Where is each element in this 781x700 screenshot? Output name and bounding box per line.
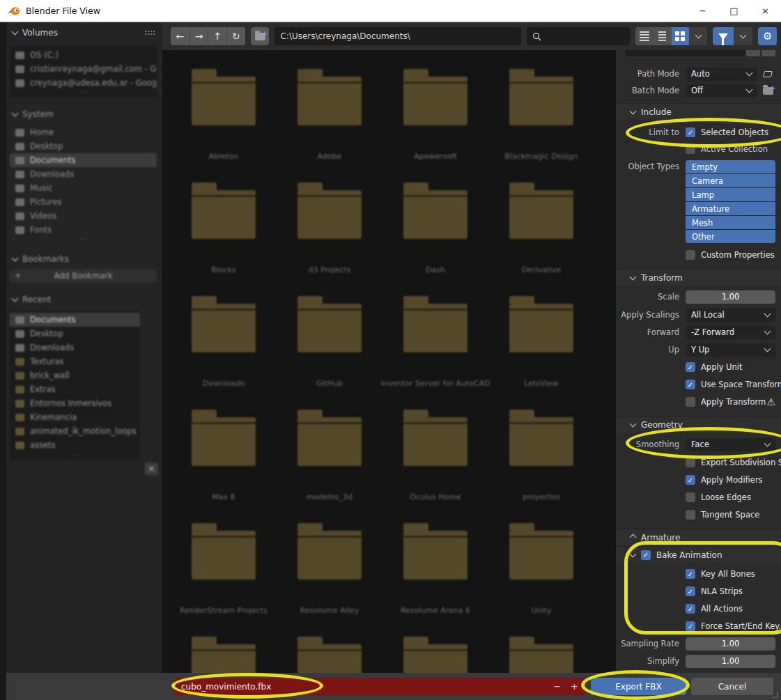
volume-item-os-c[interactable]: OS (C:)	[10, 48, 157, 62]
embed-textures-button[interactable]	[760, 68, 775, 81]
folder-item-partial[interactable]	[382, 644, 488, 673]
parent-directory-button[interactable]: ↑	[208, 27, 226, 45]
recent-item-texturas[interactable]: Texturas	[10, 355, 140, 368]
sidebar-item-videos[interactable]: Videos	[10, 209, 157, 223]
expand-dots-icon[interactable]: ···	[10, 90, 157, 95]
recent-section-header[interactable]: Recent	[0, 291, 162, 308]
folder-item[interactable]: Resolume Arena 6	[382, 531, 488, 644]
add-bookmark-button[interactable]: + Add Bookmark	[10, 269, 157, 283]
sidebar-item-music[interactable]: Music	[10, 181, 157, 195]
folder-item[interactable]: Resolume Alley	[277, 531, 382, 644]
filter-toggle-button[interactable]	[713, 27, 734, 45]
volume-item-gdrive-2[interactable]: creynaga@udesa.edu.ar - Googl...	[10, 76, 157, 90]
sidebar-item-documents[interactable]: Documents	[10, 153, 157, 167]
apply-modifiers-checkbox[interactable]: ✓	[686, 475, 695, 485]
forward-button[interactable]: →	[190, 27, 208, 45]
use-space-transform-checkbox[interactable]: ✓	[686, 380, 695, 389]
object-type-empty[interactable]: Empty	[686, 160, 775, 173]
folder-item[interactable]: Ableton	[171, 77, 277, 190]
bake-animation-section-header[interactable]: ✓ Bake Animation	[616, 546, 781, 563]
up-dropdown[interactable]: Y Up	[686, 343, 775, 357]
folder-item[interactable]: Downloads	[171, 304, 277, 417]
clear-recent-button[interactable]: ×	[145, 462, 158, 475]
include-section-header[interactable]: Include	[616, 103, 781, 120]
folder-item-partial[interactable]	[171, 644, 277, 673]
folder-item[interactable]: d3 Projects	[277, 190, 382, 304]
filter-dropdown[interactable]	[734, 27, 753, 45]
export-subdivision-checkbox[interactable]	[686, 458, 695, 467]
folder-item[interactable]: LetsView	[488, 304, 594, 417]
recent-item-entornos[interactable]: Entornos Inmersivos	[10, 396, 140, 410]
active-collection-checkbox[interactable]	[686, 144, 695, 154]
refresh-button[interactable]: ↻	[226, 27, 245, 45]
custom-properties-checkbox[interactable]	[686, 250, 695, 260]
sidebar-item-home[interactable]: Home	[10, 125, 157, 139]
add-preset-button-partial[interactable]	[746, 50, 760, 56]
object-type-other[interactable]: Other	[686, 230, 775, 243]
batch-own-dir-button[interactable]: +	[760, 84, 775, 98]
loose-edges-checkbox[interactable]	[686, 492, 695, 502]
recent-item-brick-wall[interactable]: brick_wall	[10, 368, 140, 382]
object-type-armature[interactable]: Armature	[686, 202, 775, 215]
apply-scalings-dropdown[interactable]: All Local	[686, 309, 775, 322]
path-input[interactable]: C:\Users\creynaga\Documents\	[274, 27, 520, 45]
close-button[interactable]: ×	[750, 0, 781, 22]
folder-item[interactable]: GitHub	[277, 304, 382, 417]
system-section-header[interactable]: System	[0, 106, 162, 123]
folder-item[interactable]: modelos_3d	[277, 417, 382, 531]
geometry-section-header[interactable]: Geometry	[616, 416, 781, 433]
recent-item-desktop[interactable]: Desktop	[10, 327, 140, 341]
recent-item-animated-ik[interactable]: animated_ik_motion_loops	[10, 424, 140, 438]
folder-item-partial[interactable]	[277, 644, 382, 673]
expand-dots-icon[interactable]: ···	[10, 452, 140, 458]
sidebar-item-desktop[interactable]: Desktop	[10, 139, 157, 153]
decrement-filename-button[interactable]: −	[553, 681, 561, 692]
force-start-end-checkbox[interactable]: ✓	[686, 621, 695, 631]
selected-objects-checkbox[interactable]: ✓	[686, 127, 695, 137]
recent-item-extras[interactable]: Extras	[10, 382, 140, 396]
volumes-panel-header[interactable]: Volumes	[0, 22, 162, 43]
view-vertical-list-button[interactable]	[635, 27, 654, 45]
folder-item[interactable]: RenderStream Projects	[171, 531, 277, 644]
object-type-camera[interactable]: Camera	[686, 174, 775, 187]
key-all-bones-checkbox[interactable]: ✓	[686, 569, 695, 579]
presets-dropdown-partial[interactable]	[626, 50, 745, 56]
sidebar-item-fonts[interactable]: Fonts	[10, 223, 157, 237]
folder-item[interactable]: Unity	[488, 531, 594, 644]
back-button[interactable]: ←	[171, 27, 190, 45]
resize-grip[interactable]	[772, 692, 778, 698]
bookmarks-section-header[interactable]: Bookmarks	[0, 251, 162, 267]
transform-section-header[interactable]: Transform	[616, 269, 781, 286]
search-input[interactable]	[527, 27, 630, 45]
forward-dropdown[interactable]: -Z Forward	[686, 326, 775, 339]
folder-item[interactable]: Max 8	[171, 417, 277, 531]
folder-item[interactable]: Derivative	[488, 190, 594, 304]
folder-item-partial[interactable]	[488, 644, 594, 673]
increment-filename-button[interactable]: +	[571, 681, 578, 692]
folder-item[interactable]: proyectos	[488, 417, 594, 531]
simplify-slider[interactable]: 1.00	[686, 655, 775, 668]
display-mode-dropdown[interactable]	[689, 27, 707, 45]
folder-item[interactable]: Blackmagic Design	[488, 77, 594, 190]
sampling-rate-slider[interactable]: 1.00	[686, 637, 775, 651]
export-fbx-button[interactable]: Export FBX	[591, 678, 686, 695]
sidebar-item-pictures[interactable]: Pictures	[10, 195, 157, 209]
remove-preset-button-partial[interactable]	[761, 50, 775, 56]
expand-dots-icon[interactable]: ···	[10, 237, 157, 242]
cancel-button[interactable]: Cancel	[691, 678, 773, 695]
panel-grip-icon[interactable]	[144, 30, 155, 36]
minimize-button[interactable]: −	[687, 0, 718, 22]
folder-item[interactable]: Adobe	[277, 77, 382, 190]
batch-mode-dropdown[interactable]: Off	[686, 84, 757, 98]
apply-transform-checkbox[interactable]	[686, 397, 695, 407]
create-directory-button[interactable]: +	[251, 27, 270, 45]
nla-strips-checkbox[interactable]: ✓	[686, 586, 695, 596]
maximize-button[interactable]: □	[718, 0, 750, 22]
folder-item[interactable]: Inventor Server for AutoCAD	[382, 304, 488, 417]
recent-item-documents[interactable]: Documents	[10, 313, 140, 327]
path-mode-dropdown[interactable]: Auto	[686, 68, 757, 81]
volume-item-gdrive-1[interactable]: cristianreynaga@gmail.com - G...	[10, 62, 157, 76]
armature-section-header[interactable]: Armature	[616, 529, 781, 545]
folder-item[interactable]: Dash	[382, 190, 488, 304]
all-actions-checkbox[interactable]: ✓	[686, 604, 695, 614]
